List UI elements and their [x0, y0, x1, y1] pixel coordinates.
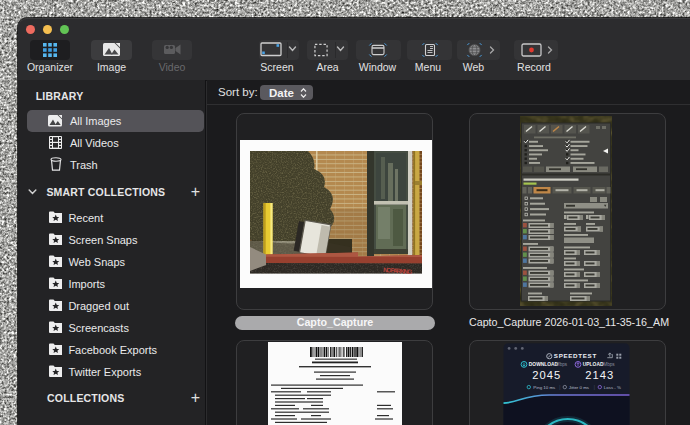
svg-text:2045: 2045	[532, 369, 561, 381]
svg-text:UPLOAD: UPLOAD	[583, 362, 604, 367]
svg-text:Ping 10 ms: Ping 10 ms	[533, 385, 556, 390]
svg-text:SPEEDTEST: SPEEDTEST	[554, 353, 597, 360]
svg-text:|: |	[559, 385, 560, 390]
svg-text:Jitter 0 ms: Jitter 0 ms	[569, 385, 590, 390]
svg-text:|: |	[594, 385, 595, 390]
svg-text:Mbps: Mbps	[603, 362, 615, 367]
svg-text:2143: 2143	[585, 369, 614, 381]
svg-text:DOWNLOAD: DOWNLOAD	[529, 362, 559, 367]
svg-text:Loss - %: Loss - %	[604, 385, 621, 390]
svg-text:Mbps: Mbps	[556, 362, 568, 367]
